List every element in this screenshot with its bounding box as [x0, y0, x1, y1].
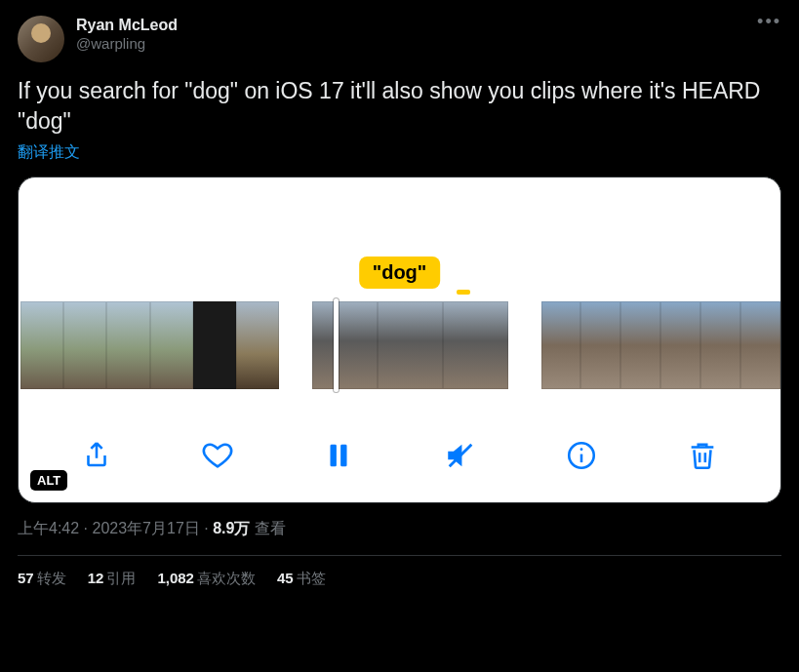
likes-stat[interactable]: 1,082喜欢次数 — [157, 570, 256, 588]
views-count: 8.9万 — [213, 520, 250, 536]
timeline-frame — [620, 301, 660, 389]
pause-icon[interactable] — [317, 434, 360, 477]
divider — [18, 555, 781, 556]
svg-rect-0 — [331, 445, 337, 467]
heart-icon[interactable] — [196, 434, 239, 477]
timeline-frame — [106, 301, 149, 389]
timeline-frame — [20, 301, 63, 389]
timeline-frame — [150, 301, 193, 389]
tweet-header: Ryan McLeod @warpling ••• — [18, 16, 781, 62]
media-attachment[interactable]: "dog" — [18, 177, 781, 503]
clip-group[interactable] — [312, 301, 507, 389]
timeline-frame — [700, 301, 740, 389]
avatar[interactable] — [18, 16, 64, 62]
display-name[interactable]: Ryan McLeod — [76, 16, 178, 35]
mute-icon[interactable] — [439, 434, 482, 477]
share-icon[interactable] — [75, 434, 118, 477]
timeline-frame — [443, 301, 508, 389]
timeline-frame — [660, 301, 700, 389]
trash-icon[interactable] — [681, 434, 724, 477]
alt-badge[interactable]: ALT — [30, 470, 67, 491]
caption-tooltip: "dog" — [359, 257, 441, 289]
quotes-stat[interactable]: 12引用 — [88, 570, 137, 588]
svg-rect-1 — [341, 445, 347, 467]
tweet-meta: 上午4:42 · 2023年7月17日 · 8.9万 查看 — [18, 519, 781, 539]
playhead[interactable] — [334, 298, 339, 392]
caption-marker — [457, 290, 470, 295]
retweets-stat[interactable]: 57转发 — [18, 570, 66, 588]
video-timeline[interactable] — [19, 301, 780, 389]
timeline-frame — [378, 301, 443, 389]
tweet-container: Ryan McLeod @warpling ••• If you search … — [0, 0, 799, 604]
timeline-frame — [740, 301, 780, 389]
tweet-time[interactable]: 上午4:42 — [18, 520, 79, 536]
timeline-frame — [541, 301, 581, 389]
translate-link[interactable]: 翻译推文 — [18, 142, 781, 163]
clip-group[interactable] — [541, 301, 781, 389]
views-label: 查看 — [250, 520, 285, 536]
tweet-date[interactable]: 2023年7月17日 — [92, 520, 199, 536]
timeline-frame — [193, 301, 236, 389]
user-handle[interactable]: @warpling — [76, 35, 178, 54]
user-info: Ryan McLeod @warpling — [76, 16, 178, 54]
clip-group[interactable] — [20, 301, 279, 389]
tweet-text: If you search for "dog" on iOS 17 it'll … — [18, 76, 781, 137]
timeline-frame — [63, 301, 106, 389]
timeline-frame — [312, 301, 378, 389]
tweet-stats: 57转发 12引用 1,082喜欢次数 45书签 — [18, 570, 781, 588]
bookmarks-stat[interactable]: 45书签 — [277, 570, 326, 588]
info-icon[interactable] — [560, 434, 603, 477]
media-toolbar — [19, 434, 780, 477]
timeline-frame — [580, 301, 620, 389]
more-menu-icon[interactable]: ••• — [757, 12, 781, 32]
svg-point-5 — [579, 448, 582, 451]
timeline-frame — [236, 301, 279, 389]
